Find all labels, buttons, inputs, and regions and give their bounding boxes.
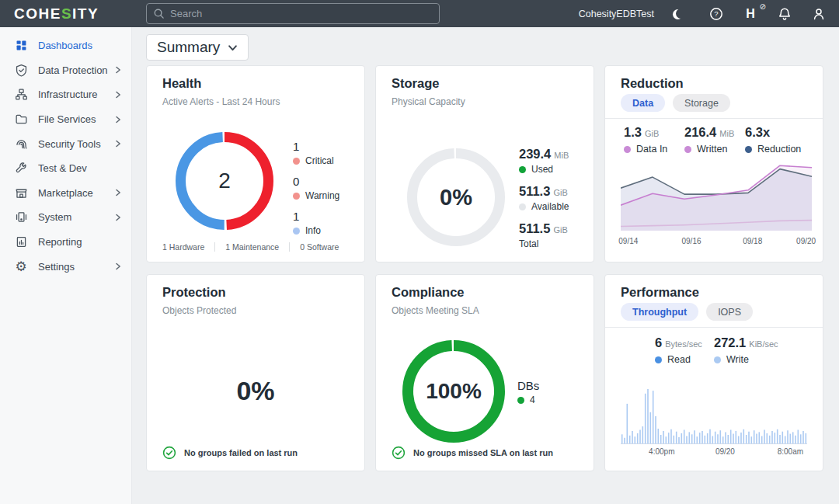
dashboards-icon (14, 39, 28, 53)
report-chart-icon (14, 235, 28, 249)
fingerprint-icon (14, 137, 28, 151)
main-content: Summary Health Active Alerts - Last 24 H… (132, 27, 839, 504)
svg-text:?: ? (714, 9, 718, 18)
maintenance-count[interactable]: 1 Maintenance (215, 242, 290, 252)
cluster-name: CohesityEDBTest (579, 9, 654, 19)
health-card: Health Active Alerts - Last 24 Hours 2 1… (146, 65, 365, 262)
topbar: COHESITY CohesityEDBTest ? H⊘ (0, 0, 839, 27)
hardware-count[interactable]: 1 Hardware (162, 242, 215, 252)
wrench-icon (14, 162, 28, 176)
storage-card: Storage Physical Capacity 0% 239.4MiB Us… (375, 65, 594, 262)
protection-card: Protection Objects Protected 0% No group… (146, 274, 365, 471)
card-subtitle: Objects Protected (162, 305, 236, 316)
legend-warning: 0 Warning (293, 175, 339, 201)
performance-bar-chart[interactable] (621, 384, 807, 444)
compliance-donut-chart[interactable]: 100% (402, 340, 505, 443)
compliance-percent: 100% (402, 340, 505, 443)
dashboard-selector[interactable]: Summary (146, 34, 249, 61)
chevron-right-icon (114, 140, 122, 148)
sidebar-item-security-tools[interactable]: Security Tools (0, 131, 131, 156)
card-title: Reduction (621, 76, 684, 91)
card-title: Compliance (392, 285, 465, 300)
protection-percent: 0% (147, 376, 364, 406)
sidebar-item-system[interactable]: System (0, 205, 131, 230)
topbar-actions: CohesityEDBTest ? H⊘ (579, 0, 827, 27)
card-title: Health (162, 76, 201, 91)
search-input[interactable] (170, 8, 433, 19)
read-dot-icon (655, 356, 662, 363)
compliance-legend: DBs 4 (517, 379, 539, 405)
info-dot-icon (293, 228, 300, 235)
health-footer: 1 Hardware 1 Maintenance 0 Software (162, 242, 349, 252)
divider (605, 118, 823, 119)
written-dot-icon (684, 146, 691, 153)
divider (605, 327, 823, 328)
performance-tabs: Throughput IOPS (621, 303, 753, 321)
chevron-right-icon (114, 66, 122, 74)
card-title: Storage (392, 76, 439, 91)
chevron-right-icon (114, 262, 122, 270)
sidebar-item-infrastructure[interactable]: Infrastructure (0, 82, 131, 107)
legend-info: 1 Info (293, 210, 339, 236)
help-button[interactable]: ? (708, 6, 724, 22)
moon-icon (676, 9, 686, 19)
legend-total: 511.5GiB Total (519, 221, 569, 249)
storage-used-percent: 0% (407, 148, 505, 246)
used-dot-icon (519, 166, 526, 173)
notifications-button[interactable] (777, 6, 792, 22)
protection-footer: No groups failed on last run (162, 446, 298, 460)
sidebar-item-data-protection[interactable]: Data Protection (0, 58, 131, 83)
health-total-alerts: 2 (176, 132, 273, 230)
help-icon: ? (709, 7, 723, 21)
sitemap-icon (14, 88, 28, 102)
tab-storage[interactable]: Storage (673, 94, 730, 112)
dark-mode-toggle[interactable] (674, 6, 690, 22)
chevron-down-icon (228, 43, 238, 53)
dashboard-selector-label: Summary (157, 39, 220, 56)
user-icon (812, 7, 826, 21)
write-dot-icon (714, 356, 721, 363)
card-subtitle: Physical Capacity (392, 96, 465, 107)
dashboard-grid: Health Active Alerts - Last 24 Hours 2 1… (146, 65, 839, 471)
check-circle-icon (392, 446, 406, 460)
sidebar-item-reporting[interactable]: Reporting (0, 230, 131, 255)
sidebar-item-settings[interactable]: ⚙ Settings (0, 254, 131, 279)
sidebar-item-marketplace[interactable]: Marketplace (0, 181, 131, 206)
sidebar-item-dashboards[interactable]: Dashboards (0, 33, 131, 58)
health-legend: 1 Critical 0 Warning 1 Info (293, 140, 339, 245)
system-icon (14, 210, 28, 224)
tab-data[interactable]: Data (621, 94, 665, 112)
cohesity-logo[interactable]: COHESITY (14, 5, 99, 23)
sidebar-item-test-dev[interactable]: Test & Dev (0, 156, 131, 181)
legend-available: 511.3GiB Available (519, 184, 569, 212)
sidebar: Dashboards Data Protection Infrastructur… (0, 27, 132, 504)
card-subtitle: Objects Meeting SLA (392, 305, 479, 316)
tab-throughput[interactable]: Throughput (621, 303, 698, 321)
global-search[interactable] (146, 3, 440, 24)
reduction-card: Reduction Data Storage 1.3GiB Data In 21… (604, 65, 823, 262)
shield-check-icon (14, 63, 28, 77)
health-donut-chart[interactable]: 2 (176, 132, 273, 230)
card-subtitle: Active Alerts - Last 24 Hours (162, 96, 280, 107)
tab-iops[interactable]: IOPS (706, 303, 753, 321)
stat-write: 272.1KiB/sec Write (714, 335, 778, 365)
legend-critical: 1 Critical (293, 140, 339, 166)
compliance-card: Compliance Objects Meeting SLA 100% DBs … (375, 274, 594, 471)
reduction-area-chart[interactable] (621, 159, 812, 231)
storage-legend: 239.4MiB Used 511.3GiB Available 511.5Gi… (519, 147, 569, 259)
sidebar-item-label: Dashboards (38, 40, 122, 51)
gear-icon: ⚙ (14, 259, 28, 273)
check-circle-icon (162, 446, 176, 460)
storage-donut-chart[interactable]: 0% (407, 148, 505, 246)
card-title: Performance (621, 285, 699, 300)
dbs-dot-icon (517, 397, 524, 404)
compliance-footer: No groups missed SLA on last run (392, 446, 553, 460)
user-menu-button[interactable] (811, 6, 827, 22)
stat-reduction-ratio: 6.3x Reduction (745, 125, 801, 155)
reduction-tabs: Data Storage (621, 94, 730, 112)
disconnected-badge-icon: ⊘ (760, 2, 766, 11)
sidebar-item-file-services[interactable]: File Services (0, 107, 131, 132)
cohesity-dashboard-app: COHESITY CohesityEDBTest ? H⊘ (0, 0, 839, 504)
software-count[interactable]: 0 Software (290, 242, 349, 252)
helios-cluster-button[interactable]: H⊘ (743, 6, 758, 22)
